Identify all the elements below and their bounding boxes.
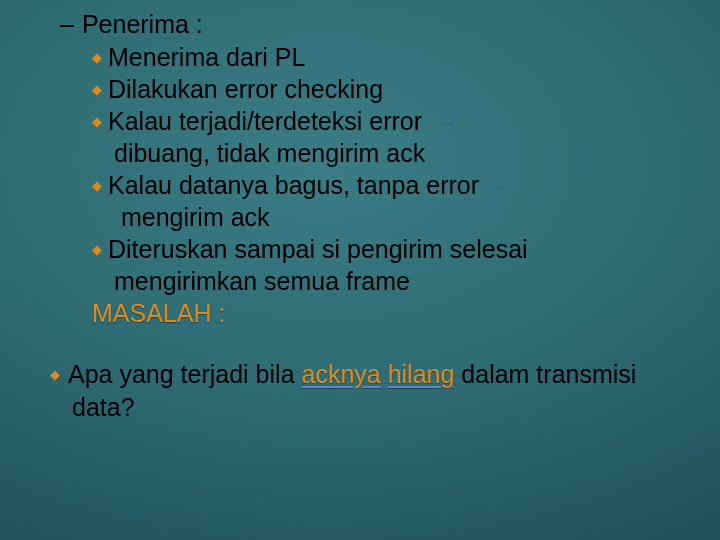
arrow-right-icon: → [486, 174, 508, 199]
list-item: Dilakukan error checking [92, 73, 680, 105]
list-item: Diteruskan sampai si pengirim selesaimen… [92, 233, 680, 297]
slide-root: – Penerima : Menerima dari PL Dilakukan … [0, 0, 720, 540]
header-text: Penerima : [82, 10, 203, 39]
bullet-text: Menerima dari PL [108, 43, 305, 71]
list-item: Kalau terjadi/terdeteksi error →dibuang,… [92, 105, 680, 169]
bullet-text: Dilakukan error checking [108, 75, 383, 103]
arrow-right-icon: → [436, 110, 458, 135]
dash-icon: – [60, 10, 74, 39]
list-item: Menerima dari PL [92, 41, 680, 73]
sub-bullet-list: Menerima dari PL Dilakukan error checkin… [92, 41, 680, 297]
bullet-text: Kalau terjadi/terdeteksi error [108, 107, 422, 135]
diamond-icon: ◆ [50, 367, 60, 382]
list-item: Kalau datanya bagus, tanpa error → mengi… [92, 169, 680, 233]
q-highlight-2: hilang [388, 360, 455, 388]
q-highlight-1: acknya [301, 360, 380, 388]
bullet-text: Diteruskan sampai si pengirim selesai [108, 235, 528, 263]
q-pre: Apa yang terjadi bila [68, 360, 301, 388]
bullet-text: Kalau datanya bagus, tanpa error [108, 171, 479, 199]
question-line: ◆Apa yang terjadi bila acknya hilang dal… [44, 358, 680, 423]
bullet-cont: mengirim ack [121, 203, 270, 231]
masalah-label: MASALAH : [92, 299, 680, 328]
bullet-cont: dibuang, tidak mengirim ack [114, 139, 425, 167]
header-line: – Penerima : [60, 10, 680, 39]
bullet-cont: mengirimkan semua frame [114, 267, 410, 295]
